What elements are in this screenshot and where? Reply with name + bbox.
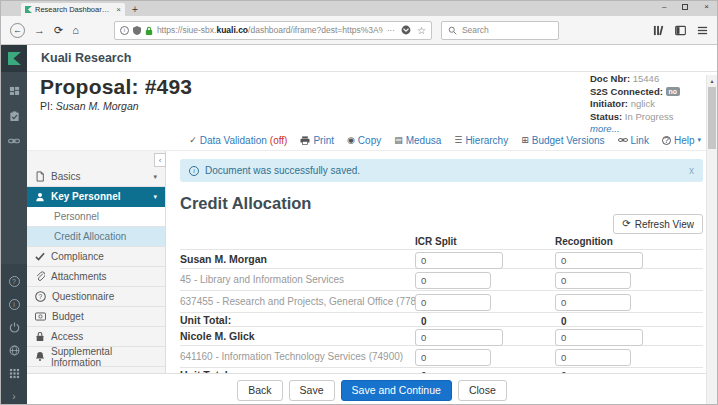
pi-name: Susan M. Morgan [56,100,139,112]
print-action[interactable]: Print [300,135,334,146]
icr-split-input[interactable] [415,349,491,366]
paperclip-icon [35,271,45,282]
scrollbar-thumb[interactable] [708,87,716,149]
recognition-input[interactable] [555,272,631,289]
save-and-continue-button[interactable]: Save and Continue [341,380,452,401]
link-chain-icon[interactable] [8,135,20,147]
hierarchy-action[interactable]: ☰Hierarchy [454,135,508,146]
recognition-input[interactable] [555,329,643,346]
reload-icon[interactable]: ⟳ [54,25,63,36]
budget-versions-icon: ⊞ [521,136,529,145]
check-icon: ✓ [189,136,197,145]
info-circle-icon: i [189,166,199,176]
copy-action[interactable]: ◉Copy [347,135,381,146]
info-icon[interactable]: i [8,298,20,310]
chevron-down-icon: ▾ [153,173,157,181]
medusa-action[interactable]: ▤Medusa [394,135,441,146]
dashboard-grid-icon[interactable] [8,85,20,97]
nav-item-budget[interactable]: Budget [27,307,165,327]
tracking-shield-icon[interactable] [133,26,141,35]
icr-split-input[interactable] [415,272,491,289]
alert-message: Document was successfully saved. [205,165,360,176]
recognition-input[interactable] [555,349,631,366]
alert-close-button[interactable]: x [689,165,694,176]
page-actions: ··· ☆ [387,25,426,36]
person-icon [35,192,45,202]
page-info-icon[interactable]: i [120,26,129,35]
more-link[interactable]: more... [590,123,700,136]
library-icon[interactable] [653,25,664,36]
pocket-icon[interactable] [401,25,411,35]
scrollbar-up-icon[interactable]: ▲ [707,75,717,86]
data-validation-action[interactable]: ✓Data Validation(off) [189,135,287,146]
refresh-view-button[interactable]: ⟳ Refresh View [613,214,703,234]
browser-tab[interactable]: Research Dashboard - Docum × [21,3,125,16]
recognition-input[interactable] [555,294,631,311]
menu-hamburger-icon[interactable] [697,25,708,36]
globe-icon[interactable] [8,344,20,356]
browser-tabstrip: Research Dashboard - Docum × + – × [1,1,717,16]
lock-icon [35,331,45,342]
page-actions-icon[interactable]: ··· [387,26,395,35]
brand-title: Kuali Research [41,51,131,65]
save-button[interactable]: Save [289,380,335,401]
forward-icon[interactable]: → [34,25,45,36]
new-tab-button[interactable]: + [132,5,138,15]
window-maximize-icon[interactable] [682,4,688,10]
help-action[interactable]: ?Help▾ [662,135,701,146]
toolbar-right-icons [653,25,708,36]
icr-split-input[interactable] [415,329,503,346]
window-close-icon[interactable]: × [704,3,709,11]
credit-allocation-content: i Document was successfully saved. x Cre… [166,151,717,373]
home-icon[interactable]: ⌂ [72,25,79,36]
nav-item-questionnaire[interactable]: ? Questionnaire [27,287,165,307]
svg-text:?: ? [39,293,43,300]
link-action[interactable]: Link [618,135,649,146]
tab-close-icon[interactable]: × [116,6,121,14]
tasks-clipboard-icon[interactable] [8,110,20,122]
s2s-badge: no [666,87,681,96]
apps-grid-icon[interactable] [8,367,20,379]
print-icon [300,136,310,145]
app-rail: ? i › [1,45,27,405]
nav-item-access[interactable]: Access [27,327,165,347]
back-button[interactable]: Back [237,380,282,401]
back-icon[interactable]: ← [10,23,25,38]
kuali-logo[interactable] [1,45,27,72]
table-row-total: Unit Total: 0 0 [180,312,703,326]
search-bar[interactable]: Search [441,21,559,40]
icr-split-header: ICR Split [415,236,555,247]
power-logout-icon[interactable] [8,321,20,333]
kuali-app: ? i › Kuali Research Proposal: #493 [1,45,717,405]
nav-item-basics[interactable]: Basics ▾ [27,167,165,187]
window-minimize-icon[interactable]: – [662,3,666,11]
sidebar-toggle-icon[interactable] [675,25,686,36]
table-row: 45 - Library and Information Services [180,268,703,290]
url-bar[interactable]: i https://siue-sbx.kuali.co/dashboard/if… [114,21,432,40]
bookmark-star-icon[interactable]: ☆ [417,25,426,36]
icr-total-value: 0 [415,316,427,327]
recognition-input[interactable] [555,252,643,269]
proposal-nav: ‹ Basics ▾ Key Personnel ▾ Personnel [27,151,166,373]
nav-item-compliance[interactable]: Compliance [27,247,165,267]
nav-item-personnel[interactable]: Personnel [27,207,165,227]
icr-split-input[interactable] [415,252,503,269]
icr-split-input[interactable] [415,294,491,311]
nav-item-attachments[interactable]: Attachments [27,267,165,287]
nav-item-key-personnel[interactable]: Key Personnel ▾ [27,187,165,207]
nav-collapse-button[interactable]: ‹ [154,153,166,167]
page-scrollbar[interactable]: ▲ [706,75,717,405]
table-row: Nicole M. Glick [180,326,703,345]
browser-toolbar: ← → ⟳ ⌂ i https://siue-sbx.kuali.co/dash… [1,16,717,45]
rail-expand-icon[interactable]: › [8,390,20,402]
nav-item-credit-allocation[interactable]: Credit Allocation [27,227,165,247]
close-button[interactable]: Close [458,380,507,401]
budget-versions-action[interactable]: ⊞Budget Versions [521,135,604,146]
help-icon[interactable]: ? [8,275,20,287]
nav-item-supplemental-information[interactable]: Supplemental Information [27,347,165,367]
table-row: Susan M. Morgan [180,249,703,268]
recognition-total-value: 0 [555,316,567,327]
chevron-down-icon: ▾ [153,193,157,201]
refresh-row: ⟳ Refresh View [180,214,703,234]
table-row: 641160 - Information Technology Services… [180,345,703,367]
